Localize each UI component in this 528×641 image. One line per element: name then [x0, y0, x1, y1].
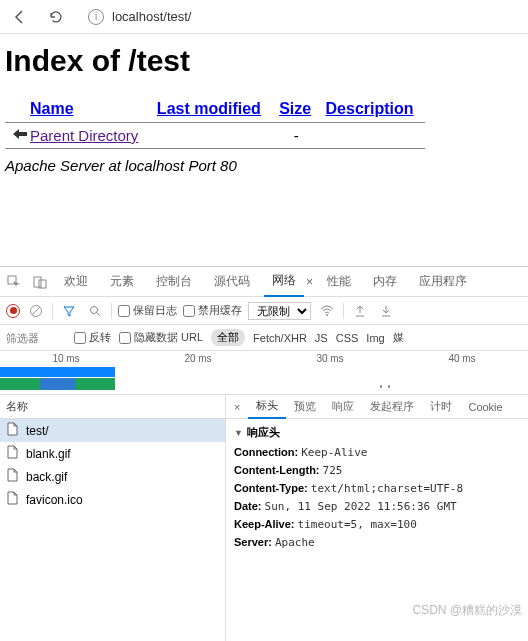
document-icon — [6, 445, 20, 462]
parent-size: - — [273, 123, 319, 149]
devtools-panel: 欢迎 元素 控制台 源代码 网络 × 性能 内存 应用程序 保留日志 禁用缓存 … — [0, 266, 528, 641]
tab-application[interactable]: 应用程序 — [411, 267, 475, 296]
hide-data-urls-checkbox[interactable]: 隐藏数据 URL — [119, 330, 203, 345]
filter-css[interactable]: CSS — [336, 332, 359, 344]
header-row: Date: Sun, 11 Sep 2022 11:56:36 GMT — [234, 500, 520, 513]
server-info: Apache Server at localhost Port 80 — [5, 157, 523, 174]
refresh-icon — [48, 9, 64, 25]
parent-directory-link[interactable]: Parent Directory — [30, 127, 138, 144]
header-row: Content-Length: 725 — [234, 464, 520, 477]
svg-point-7 — [326, 314, 328, 316]
tab-sources[interactable]: 源代码 — [206, 267, 258, 296]
tab-network[interactable]: 网络 — [264, 266, 304, 297]
svg-line-6 — [97, 313, 100, 316]
document-icon — [6, 491, 20, 508]
address-bar[interactable]: i localhost/test/ — [80, 9, 520, 25]
request-row[interactable]: test/ — [0, 419, 225, 442]
throttling-select[interactable]: 无限制 — [248, 302, 311, 320]
browser-toolbar: i localhost/test/ — [0, 0, 528, 34]
document-icon — [6, 422, 20, 439]
tab-close-icon[interactable]: × — [306, 275, 313, 289]
tab-welcome[interactable]: 欢迎 — [56, 267, 96, 296]
header-row: Keep-Alive: timeout=5, max=100 — [234, 518, 520, 531]
request-list: 名称 test/ blank.gif back.gif — [0, 395, 226, 641]
request-row[interactable]: back.gif — [0, 465, 225, 488]
request-row[interactable]: favicon.ico — [0, 488, 225, 511]
svg-line-4 — [32, 307, 40, 315]
headers-panel: ▼ 响应头 Connection: Keep-Alive Content-Len… — [226, 419, 528, 560]
record-button[interactable] — [6, 304, 20, 318]
refresh-button[interactable] — [44, 5, 68, 29]
devtools-tab-row: 欢迎 元素 控制台 源代码 网络 × 性能 内存 应用程序 — [0, 267, 528, 297]
tab-preview[interactable]: 预览 — [286, 395, 324, 418]
triangle-down-icon: ▼ — [234, 428, 243, 438]
site-info-icon[interactable]: i — [88, 9, 104, 25]
page-title: Index of /test — [5, 44, 523, 78]
url-text: localhost/test/ — [112, 9, 192, 24]
tab-timing[interactable]: 计时 — [422, 395, 460, 418]
tab-initiator[interactable]: 发起程序 — [362, 395, 422, 418]
directory-listing: Name Last modified Size Description Pare… — [5, 96, 425, 149]
filter-fetch[interactable]: Fetch/XHR — [253, 332, 307, 344]
header-row: Connection: Keep-Alive — [234, 446, 520, 459]
invert-checkbox[interactable]: 反转 — [74, 330, 111, 345]
tab-performance[interactable]: 性能 — [319, 267, 359, 296]
filter-row: 反转 隐藏数据 URL 全部 Fetch/XHR JS CSS Img 媒 — [0, 325, 528, 351]
response-headers-section[interactable]: ▼ 响应头 — [234, 425, 520, 440]
network-toolbar: 保留日志 禁用缓存 无限制 — [0, 297, 528, 325]
col-modified[interactable]: Last modified — [157, 100, 261, 117]
network-timeline[interactable]: 10 ms 20 ms 30 ms 40 ms — [0, 351, 528, 395]
col-size[interactable]: Size — [279, 100, 311, 117]
preserve-log-checkbox[interactable]: 保留日志 — [118, 303, 177, 318]
filter-all[interactable]: 全部 — [211, 329, 245, 346]
col-desc[interactable]: Description — [326, 100, 414, 117]
page-content: Index of /test Name Last modified Size D… — [0, 34, 528, 184]
tab-console[interactable]: 控制台 — [148, 267, 200, 296]
filter-js[interactable]: JS — [315, 332, 328, 344]
filter-img[interactable]: Img — [366, 332, 384, 344]
search-icon[interactable] — [85, 301, 105, 321]
close-details-button[interactable]: × — [226, 401, 248, 413]
tab-elements[interactable]: 元素 — [102, 267, 142, 296]
download-icon[interactable] — [376, 301, 396, 321]
header-row: Server: Apache — [234, 536, 520, 549]
arrow-left-icon — [12, 9, 28, 25]
name-column-header[interactable]: 名称 — [0, 395, 225, 419]
tab-cookies[interactable]: Cookie — [460, 397, 510, 417]
request-row[interactable]: blank.gif — [0, 442, 225, 465]
request-details: × 标头 预览 响应 发起程序 计时 Cookie ▼ 响应头 Connecti… — [226, 395, 528, 641]
tab-headers[interactable]: 标头 — [248, 395, 286, 419]
filter-toggle-icon[interactable] — [59, 301, 79, 321]
clear-button[interactable] — [26, 301, 46, 321]
document-icon — [6, 468, 20, 485]
col-name[interactable]: Name — [30, 100, 74, 117]
svg-point-5 — [91, 306, 98, 313]
timeline-bar — [0, 367, 115, 377]
back-button[interactable] — [8, 5, 32, 29]
upload-icon[interactable] — [350, 301, 370, 321]
header-row: Content-Type: text/html;charset=UTF-8 — [234, 482, 520, 495]
tab-memory[interactable]: 内存 — [365, 267, 405, 296]
inspect-icon[interactable] — [4, 272, 24, 292]
filter-media[interactable]: 媒 — [393, 330, 404, 345]
back-icon — [5, 123, 23, 148]
disable-cache-checkbox[interactable]: 禁用缓存 — [183, 303, 242, 318]
wifi-icon[interactable] — [317, 301, 337, 321]
svg-rect-1 — [34, 277, 41, 287]
device-icon[interactable] — [30, 272, 50, 292]
filter-input[interactable] — [6, 332, 66, 344]
tab-response[interactable]: 响应 — [324, 395, 362, 418]
timeline-bar — [40, 378, 75, 390]
